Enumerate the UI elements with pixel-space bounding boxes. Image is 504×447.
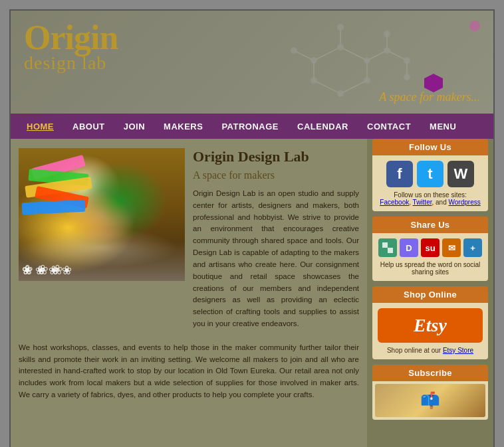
nav-patronage[interactable]: PATRONAGE bbox=[212, 114, 288, 139]
content-area: ❀ ❀ ❀ ❀ Origin Design Lab A space for ma… bbox=[11, 139, 493, 447]
share-icon-5[interactable]: + bbox=[463, 238, 482, 257]
sidebar: Follow Us f t W Follow us on these sites… bbox=[367, 139, 493, 447]
article-image: ❀ ❀ ❀ ❀ bbox=[19, 148, 185, 281]
follow-us-title: Follow Us bbox=[372, 139, 488, 155]
svg-rect-24 bbox=[382, 242, 388, 248]
logo-sub: design lab bbox=[24, 52, 493, 74]
etsy-text: Shop online at our Etsy Store bbox=[378, 347, 483, 354]
share-text: Help us spread the word on social sharin… bbox=[378, 261, 483, 276]
article-body-1: Origin Design Lab is an open studio and … bbox=[193, 188, 359, 330]
article-top: ❀ ❀ ❀ ❀ Origin Design Lab A space for ma… bbox=[19, 148, 359, 330]
etsy-store-link[interactable]: Etsy Store bbox=[443, 347, 473, 354]
share-icon-3[interactable]: su bbox=[421, 238, 440, 257]
nav-home[interactable]: HOME bbox=[17, 114, 63, 139]
svg-point-14 bbox=[364, 77, 370, 84]
subscribe-image bbox=[375, 384, 485, 417]
shop-online-title: Shop Online bbox=[372, 286, 488, 303]
sidebar-shop-section: Shop Online Etsy Shop online at our Etsy… bbox=[372, 286, 488, 359]
subscribe-title: Subscribe bbox=[372, 365, 488, 381]
nav-makers[interactable]: MAKERS bbox=[154, 114, 212, 139]
article-body-2: We host workshops, classes, and events t… bbox=[19, 342, 359, 401]
follow-icons: f t W bbox=[378, 161, 483, 187]
svg-point-21 bbox=[404, 74, 410, 80]
wordpress-icon[interactable]: W bbox=[447, 161, 474, 187]
etsy-button[interactable]: Etsy bbox=[378, 308, 483, 343]
follow-text: Follow us on these sites: Facebook, Twit… bbox=[378, 191, 483, 206]
nav-join[interactable]: JOIN bbox=[114, 114, 154, 139]
nav-calendar[interactable]: CALENDAR bbox=[288, 114, 358, 139]
share-us-body: D su ✉ + Help us spread the word on soci… bbox=[372, 233, 488, 281]
facebook-link[interactable]: Facebook bbox=[380, 199, 409, 206]
svg-line-3 bbox=[340, 80, 367, 94]
main-column: ❀ ❀ ❀ ❀ Origin Design Lab A space for ma… bbox=[11, 139, 367, 447]
sidebar-share-section: Share Us D su ✉ + Help us spread the wor… bbox=[372, 217, 488, 281]
sidebar-subscribe-section: Subscribe bbox=[372, 365, 488, 420]
sidebar-follow-section: Follow Us f t W Follow us on these sites… bbox=[372, 139, 488, 211]
logo-main: Origin bbox=[24, 21, 493, 55]
share-icon-2[interactable]: D bbox=[400, 238, 418, 257]
subscribe-body bbox=[372, 381, 488, 420]
facebook-icon[interactable]: f bbox=[386, 161, 413, 187]
site-tagline: A space for makers... bbox=[379, 90, 480, 104]
article-title: Origin Design Lab bbox=[193, 148, 359, 165]
svg-rect-25 bbox=[388, 248, 393, 253]
nav-about[interactable]: ABOUT bbox=[63, 114, 114, 139]
hex-decoration bbox=[424, 74, 443, 92]
nav-menu[interactable]: MENU bbox=[420, 114, 465, 139]
svg-point-15 bbox=[337, 90, 344, 97]
wordpress-link[interactable]: Wordpress bbox=[449, 199, 481, 206]
follow-us-body: f t W Follow us on these sites: Facebook… bbox=[372, 155, 488, 211]
share-us-title: Share Us bbox=[372, 217, 488, 233]
nav-contact[interactable]: CONTACT bbox=[358, 114, 420, 139]
share-icon-1[interactable] bbox=[378, 238, 397, 257]
twitter-icon[interactable]: t bbox=[417, 161, 443, 187]
main-nav: HOME ABOUT JOIN MAKERS PATRONAGE CALENDA… bbox=[11, 114, 493, 139]
article-header: Origin Design Lab A space for makers Ori… bbox=[193, 148, 359, 330]
svg-point-16 bbox=[311, 77, 317, 84]
logo-area: Origin design lab bbox=[24, 21, 493, 74]
twitter-link[interactable]: Twitter bbox=[413, 199, 432, 206]
tape-visual: ❀ ❀ ❀ ❀ bbox=[19, 148, 185, 281]
shop-online-body: Etsy Shop online at our Etsy Store bbox=[372, 303, 488, 359]
share-icon-4[interactable]: ✉ bbox=[442, 238, 461, 257]
share-icons: D su ✉ + bbox=[378, 238, 483, 257]
svg-line-4 bbox=[314, 80, 340, 94]
site-header: Origin design lab A space for makers... bbox=[11, 11, 493, 114]
article-subtitle: A space for makers bbox=[193, 169, 359, 181]
